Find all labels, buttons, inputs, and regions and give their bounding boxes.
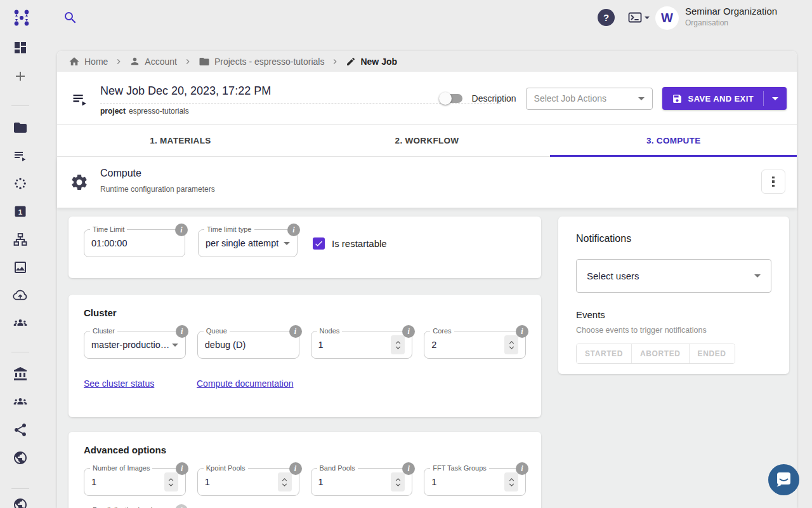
compute-content: Time Limit 01:00:00 i Time limit type pe…: [57, 208, 797, 508]
info-icon[interactable]: i: [289, 325, 302, 338]
add-icon[interactable]: [0, 69, 41, 84]
breadcrumb-home[interactable]: Home: [69, 56, 108, 67]
stepper-control[interactable]: [504, 335, 518, 354]
info-icon[interactable]: i: [175, 224, 188, 236]
chevron-right-icon: [330, 57, 340, 67]
share-icon[interactable]: [0, 422, 41, 438]
projects-folder-icon[interactable]: [0, 120, 41, 135]
org-name: Seminar Organization: [685, 6, 777, 17]
save-and-exit-split-button: SAVE AND EXIT: [662, 87, 787, 110]
main-panel: Home Account Projects - espresso-tutoria…: [57, 51, 797, 508]
events-caption: Choose events to trigger notifications: [576, 326, 771, 335]
chat-bubble-button[interactable]: [768, 464, 799, 495]
job-header: projectespresso-tutorials Description Se…: [57, 72, 797, 125]
tab-materials[interactable]: 1. MATERIALS: [57, 125, 304, 156]
bottom-globe-icon[interactable]: [0, 497, 41, 508]
save-and-exit-button[interactable]: SAVE AND EXIT: [662, 87, 763, 110]
avatar[interactable]: W: [655, 6, 679, 30]
app-logo-icon[interactable]: [11, 8, 32, 27]
is-restartable-label: Is restartable: [332, 238, 387, 249]
gear-icon: [70, 173, 89, 194]
job-project: projectespresso-tutorials: [100, 107, 189, 116]
console-icon[interactable]: [627, 11, 650, 25]
check-icon: [314, 239, 324, 248]
tab-compute[interactable]: 3. COMPUTE: [550, 125, 797, 156]
cluster-card: Cluster Cluster master-productio… i Queu…: [69, 295, 541, 417]
search-icon[interactable]: [63, 10, 78, 25]
info-icon[interactable]: i: [516, 325, 528, 338]
save-dropdown-button[interactable]: [764, 87, 787, 110]
stepper-control[interactable]: [504, 472, 518, 491]
stepper-control[interactable]: [391, 472, 405, 491]
stepper-control[interactable]: [391, 335, 405, 354]
fft-task-groups-stepper[interactable]: FFT Task Groups 1 i: [424, 468, 526, 496]
event-started-button[interactable]: STARTED: [577, 344, 632, 363]
svg-text:1: 1: [18, 208, 23, 216]
info-icon[interactable]: i: [402, 462, 415, 475]
globe-icon[interactable]: [0, 450, 41, 465]
cores-stepper[interactable]: Cores 2 i: [424, 331, 526, 359]
breadcrumb-projects[interactable]: Projects - espresso-tutorials: [199, 56, 325, 67]
materials-atoms-icon[interactable]: [0, 176, 41, 191]
folder-icon: [199, 56, 210, 67]
team-icon[interactable]: [0, 316, 41, 331]
cluster-select[interactable]: Cluster master-productio… i: [84, 331, 186, 359]
info-icon[interactable]: i: [516, 462, 528, 475]
notifications-heading: Notifications: [576, 233, 771, 244]
notifications-card: Notifications Select users Events Choose…: [558, 217, 789, 374]
org-account-block[interactable]: Seminar Organization Organisation: [685, 6, 777, 27]
stepper-control[interactable]: [278, 472, 292, 491]
time-limit-card: Time Limit 01:00:00 i Time limit type pe…: [69, 217, 541, 278]
sidebar: 1: [0, 36, 41, 508]
breadcrumb-account[interactable]: Account: [129, 56, 177, 67]
members-icon[interactable]: [0, 394, 41, 410]
select-users-dropdown[interactable]: Select users: [576, 259, 771, 293]
stepper-control[interactable]: [164, 472, 178, 491]
jobs-playlist-icon[interactable]: [0, 148, 41, 163]
description-label: Description: [472, 93, 516, 104]
description-toggle[interactable]: [441, 94, 462, 103]
is-restartable-checkbox[interactable]: [313, 237, 325, 250]
kpoint-pools-stepper[interactable]: Kpoint Pools 1 i: [197, 468, 299, 496]
help-icon[interactable]: ?: [598, 9, 615, 26]
info-icon[interactable]: i: [287, 224, 300, 236]
image-icon[interactable]: [0, 260, 41, 275]
job-playlist-icon: [71, 90, 89, 110]
chevron-right-icon: [114, 57, 124, 67]
band-pools-stepper[interactable]: Band Pools 1 i: [311, 468, 413, 496]
advanced-heading: Advanced options: [84, 444, 526, 455]
compute-subtitle: Runtime configuration parameters: [100, 185, 215, 194]
chevron-down-icon: [772, 97, 778, 100]
nodes-stepper[interactable]: Nodes 1 i: [311, 331, 413, 359]
advanced-options-card: Advanced options Number of Images 1 i Kp…: [69, 432, 541, 508]
sidebar-divider: [11, 352, 29, 352]
chevron-down-icon: [754, 274, 761, 277]
info-icon[interactable]: i: [289, 462, 302, 475]
event-ended-button[interactable]: ENDED: [690, 344, 735, 363]
dashboard-icon[interactable]: [0, 40, 41, 55]
sidebar-divider: [11, 488, 29, 489]
wizard-tabs: 1. MATERIALS 2. WORKFLOW 3. COMPUTE: [57, 125, 797, 157]
chevron-right-icon: [183, 57, 193, 67]
time-limit-type-select[interactable]: Time limit type per single attempt i: [198, 229, 298, 257]
number-of-images-stepper[interactable]: Number of Images 1 i: [84, 468, 186, 496]
info-icon[interactable]: i: [175, 504, 188, 508]
cluster-status-link[interactable]: See cluster status: [84, 378, 197, 389]
info-icon[interactable]: i: [176, 325, 188, 338]
info-icon[interactable]: i: [176, 462, 188, 475]
time-limit-field[interactable]: Time Limit 01:00:00 i: [84, 229, 185, 257]
bank-icon[interactable]: [0, 366, 41, 382]
event-aborted-button[interactable]: ABORTED: [632, 344, 690, 363]
cloud-upload-icon[interactable]: [0, 288, 41, 303]
tab-workflow[interactable]: 2. WORKFLOW: [304, 125, 551, 156]
job-actions-select[interactable]: Select Job Actions: [526, 88, 653, 110]
one-square-icon[interactable]: 1: [0, 204, 41, 219]
events-button-group: STARTED ABORTED ENDED: [576, 344, 735, 364]
compute-documentation-link[interactable]: Compute documentation: [197, 378, 294, 389]
info-icon[interactable]: i: [402, 325, 415, 338]
workflow-tree-icon[interactable]: [0, 232, 41, 247]
toggle-knob: [439, 92, 452, 105]
queue-field[interactable]: Queue debug (D) i: [197, 331, 299, 359]
kebab-menu-button[interactable]: [761, 170, 785, 194]
sidebar-divider: [11, 105, 29, 106]
